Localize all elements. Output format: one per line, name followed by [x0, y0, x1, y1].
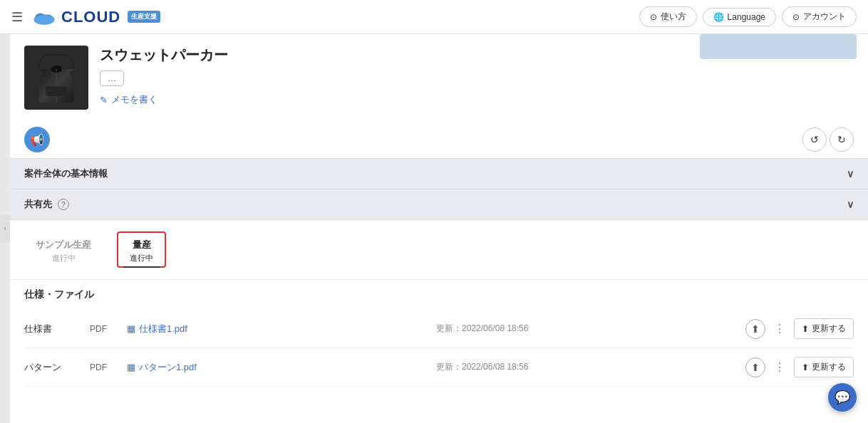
svg-rect-7	[46, 86, 67, 96]
svg-point-3	[34, 15, 55, 24]
spec-row-pattern-file-link[interactable]: ▦ パターン1.pdf	[127, 361, 428, 374]
chat-fab-button[interactable]: 💬	[828, 383, 857, 412]
account-icon: ⊙	[792, 12, 800, 22]
shared-accordion-header[interactable]: 共有先 ? ∨	[10, 189, 868, 219]
header-actions: ⊙ 使い方 🌐 Language ⊙ アカウント	[639, 6, 857, 27]
language-button[interactable]: 🌐 Language	[703, 8, 776, 26]
spec-more-button[interactable]: ⋮	[771, 322, 788, 335]
undo-redo-buttons: ↺ ↻	[802, 127, 854, 152]
tabs-section: サンプル生産 進行中 量産 進行中	[10, 219, 868, 279]
pattern-file-name: パターン1.pdf	[139, 361, 197, 374]
header-dropdown	[700, 34, 857, 59]
chat-icon: 💬	[835, 390, 850, 405]
help-button[interactable]: ⊙ 使い方	[639, 6, 697, 27]
spec-section: 仕様・ファイル 仕様書 PDF ▦ 仕様書1.pdf 更新：2022/06/08…	[10, 279, 868, 387]
tab-mass-label: 量産	[133, 239, 151, 251]
sidebar-toggle-button[interactable]: ›	[0, 214, 10, 243]
pencil-icon: ✎	[100, 95, 108, 105]
file-icon-pattern: ▦	[127, 362, 135, 372]
upload-icon: ⬆	[751, 323, 760, 335]
update-icon: ⬆	[802, 324, 809, 334]
undo-button[interactable]: ↺	[802, 127, 827, 152]
file-icon-spec: ▦	[127, 323, 135, 334]
spec-upload-button[interactable]: ⬆	[745, 319, 765, 339]
cloud-logo-icon	[31, 7, 57, 27]
spec-row-spec-file-link[interactable]: ▦ 仕様書1.pdf	[127, 323, 428, 335]
logo: CLOUD 生産支援	[31, 7, 160, 27]
tab-mass[interactable]: 量産 進行中	[117, 231, 166, 268]
tab-sample-sublabel: 進行中	[52, 253, 76, 263]
shared-help-icon: ?	[58, 199, 69, 210]
redo-button[interactable]: ↻	[830, 127, 854, 152]
memo-link[interactable]: ✎ メモを書く	[100, 93, 854, 106]
announcement-button[interactable]: 📢	[24, 127, 50, 152]
action-bar: 📢 ↺ ↻	[10, 121, 868, 158]
redo-icon: ↻	[837, 134, 846, 145]
spec-row-spec-type: PDF	[90, 324, 118, 334]
upload-icon-pattern: ⬆	[751, 362, 760, 373]
spec-row-spec-name: 仕様書	[24, 323, 81, 335]
product-more-button[interactable]: …	[100, 70, 124, 86]
globe-icon: 🌐	[713, 12, 724, 22]
logo-badge: 生産支援	[128, 11, 160, 23]
pattern-upload-button[interactable]: ⬆	[745, 357, 765, 377]
spec-row-pattern-type: PDF	[90, 362, 118, 372]
app-header: ☰ CLOUD 生産支援 ⊙ 使い方 🌐 Language ⊙ アカウント	[0, 0, 868, 34]
spec-row-pattern-name: パターン	[24, 361, 81, 374]
help-icon: ⊙	[650, 12, 657, 22]
spec-row-spec-actions: ⬆ ⋮ ⬆ 更新する	[745, 318, 854, 339]
spec-file-name: 仕様書1.pdf	[139, 323, 187, 335]
megaphone-icon: 📢	[30, 133, 44, 147]
spec-row-spec: 仕様書 PDF ▦ 仕様書1.pdf 更新：2022/06/08 18:56 ⬆…	[24, 310, 854, 348]
basic-info-chevron-icon: ∨	[847, 168, 854, 179]
basic-info-label: 案件全体の基本情報	[24, 167, 108, 180]
content-area: スウェットパーカー … ✎ メモを書く 📢 ↺ ↻	[10, 34, 868, 423]
spec-row-spec-date: 更新：2022/06/08 18:56	[436, 323, 737, 335]
shared-accordion: 共有先 ? ∨	[10, 189, 868, 219]
pattern-update-button[interactable]: ⬆ 更新する	[794, 357, 854, 377]
spec-row-pattern: パターン PDF ▦ パターン1.pdf 更新：2022/06/08 18:56…	[24, 348, 854, 387]
pattern-more-button[interactable]: ⋮	[771, 360, 788, 374]
tab-sample-label: サンプル生産	[36, 239, 91, 251]
shared-label: 共有先	[24, 198, 52, 211]
account-button[interactable]: ⊙ アカウント	[782, 6, 857, 27]
shared-chevron-icon: ∨	[847, 199, 854, 210]
spec-update-button[interactable]: ⬆ 更新する	[794, 318, 854, 339]
sidebar-collapsed: ›	[0, 34, 10, 423]
logo-text: CLOUD	[61, 8, 120, 26]
tab-mass-sublabel: 進行中	[130, 253, 153, 263]
update-icon-pattern: ⬆	[802, 362, 809, 372]
spec-row-pattern-date: 更新：2022/06/08 18:56	[436, 361, 737, 373]
hoodie-icon	[31, 49, 81, 106]
menu-icon[interactable]: ☰	[11, 9, 23, 25]
spec-section-title: 仕様・ファイル	[24, 288, 854, 301]
tab-active-underline	[123, 266, 160, 268]
basic-info-accordion: 案件全体の基本情報 ∨	[10, 158, 868, 189]
undo-icon: ↺	[810, 134, 819, 145]
basic-info-accordion-header[interactable]: 案件全体の基本情報 ∨	[10, 159, 868, 189]
spec-row-pattern-actions: ⬆ ⋮ ⬆ 更新する	[745, 357, 854, 377]
tab-sample[interactable]: サンプル生産 進行中	[24, 233, 103, 266]
product-image	[24, 46, 88, 110]
main-wrapper: ›	[0, 34, 868, 423]
